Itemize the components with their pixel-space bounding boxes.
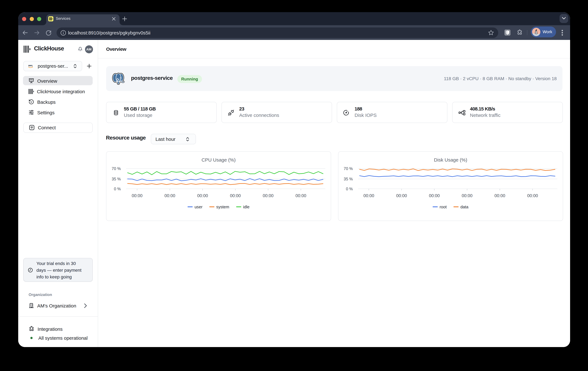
svg-text:00:00: 00:00 [132,193,142,198]
svg-text:00:00: 00:00 [527,193,538,198]
svg-text:00:00: 00:00 [262,193,273,198]
svg-text:0 %: 0 % [346,187,353,191]
svg-text:00:00: 00:00 [230,193,241,198]
svg-text:Disk Usage (%): Disk Usage (%) [434,157,467,162]
svg-text:00:00: 00:00 [197,193,208,198]
svg-text:00:00: 00:00 [164,193,175,198]
svg-text:idle: idle [243,205,249,209]
svg-text:system: system [216,205,229,209]
svg-text:00:00: 00:00 [494,193,505,198]
svg-text:35 %: 35 % [112,177,121,181]
svg-text:aws: aws [28,64,32,67]
svg-text:data: data [460,205,469,209]
svg-text:0 %: 0 % [114,187,121,191]
svg-text:root: root [439,205,446,209]
svg-text:70 %: 70 % [112,166,121,171]
svg-text:CPU Usage (%): CPU Usage (%) [201,157,235,162]
svg-text:00:00: 00:00 [462,193,472,198]
svg-text:user: user [194,205,202,209]
svg-text:00:00: 00:00 [396,193,407,198]
svg-text:70 %: 70 % [344,166,353,171]
svg-text:00:00: 00:00 [363,193,374,198]
svg-text:00:00: 00:00 [429,193,440,198]
svg-text:00:00: 00:00 [295,193,306,198]
svg-text:35 %: 35 % [344,177,353,181]
